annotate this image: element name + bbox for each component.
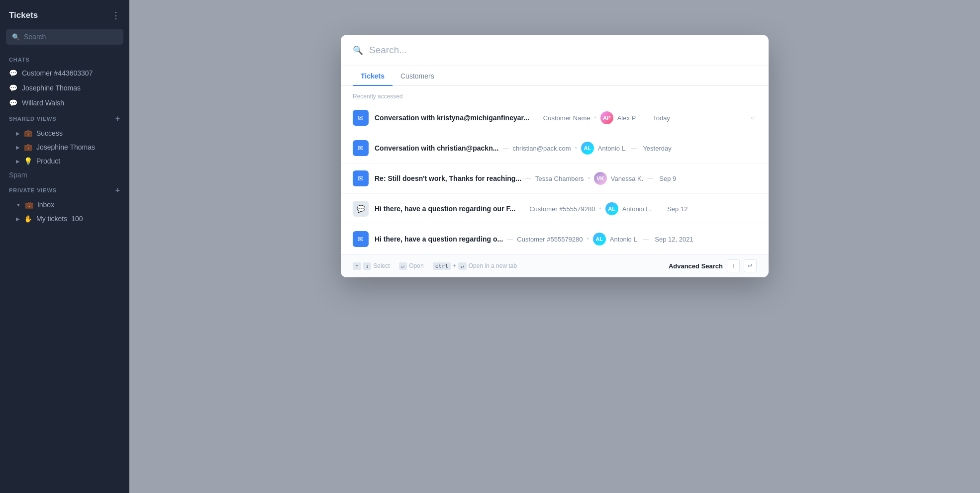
sidebar-item-product[interactable]: ▶ 💡 Product (7, 154, 129, 168)
shortcut-label: Select (373, 262, 390, 269)
avatar: AL (581, 142, 594, 155)
modal-footer: ↑ ↓ Select ↵ Open ctrl + ↵ Open in a new… (341, 254, 769, 277)
avatar: AL (605, 202, 618, 215)
result-date: Sep 12, 2021 (655, 236, 693, 243)
key-enter2: ↵ (458, 262, 467, 270)
more-options-icon[interactable]: ⋮ (111, 10, 120, 21)
avatar: AP (600, 111, 613, 124)
ticket-type-icon: ✉ (353, 110, 369, 126)
result-content: Hi there, have a question regarding o...… (375, 233, 757, 246)
result-meta: Customer Name (543, 114, 590, 122)
sidebar-item-label: My tickets (36, 215, 67, 223)
shortcut-label: Open (409, 262, 423, 269)
result-item[interactable]: 💬 Hi there, have a question regarding ou… (341, 194, 769, 224)
shared-views-section-label: SHARED VIEWS + (0, 110, 129, 126)
sidebar-item-willard-walsh[interactable]: 💬 Willard Walsh (0, 95, 129, 110)
result-item[interactable]: ✉ Re: Still doesn't work, Thanks for rea… (341, 164, 769, 194)
sidebar: Tickets ⋮ 🔍 Search CHATS 💬 Customer #443… (0, 0, 129, 493)
result-assignee: Antonio L. (622, 205, 652, 213)
result-date: Yesterday (643, 145, 671, 152)
spam-label: Spam (9, 171, 27, 179)
sidebar-item-inbox[interactable]: ▼ 💼 Inbox (7, 198, 129, 212)
result-item[interactable]: ✉ Conversation with christian@packn... —… (341, 133, 769, 164)
chevron-right-icon: ▶ (16, 131, 20, 136)
search-label: Search (24, 33, 46, 41)
plus-sep: + (453, 262, 456, 269)
my-tickets-badge: 100 (71, 215, 83, 223)
view-icon: 💼 (24, 143, 32, 151)
shortcut-select: ↑ ↓ Select (353, 262, 390, 270)
avatar: VK (594, 172, 607, 185)
view-icon: 💼 (24, 129, 32, 137)
result-date: Today (653, 114, 670, 122)
sidebar-item-josephine-thomas-view[interactable]: ▶ 💼 Josephine Thomas (7, 140, 129, 154)
ticket-type-icon: ✉ (353, 231, 369, 247)
sidebar-title: Tickets (9, 10, 38, 20)
result-list: ✉ Conversation with kristyna@michiganfin… (341, 103, 769, 254)
private-views-group: ▼ 💼 Inbox ▶ ✋ My tickets 100 (0, 198, 129, 226)
result-assignee: Alex P. (617, 114, 637, 122)
advanced-search-button[interactable]: Advanced Search (669, 262, 723, 270)
avatar: AL (593, 233, 606, 246)
chevron-right-icon: ▶ (16, 216, 20, 222)
sidebar-item-josephine-thomas-chat[interactable]: 💬 Josephine Thomas (0, 81, 129, 95)
search-modal-header: 🔍 (341, 35, 769, 66)
view-icon: ✋ (24, 215, 32, 223)
chevron-right-icon: ▶ (16, 145, 20, 150)
footer-right: Advanced Search ↑ ↵ (669, 259, 757, 272)
private-views-section-label: PRIVATE VIEWS + (0, 182, 129, 198)
search-icon-modal: 🔍 (353, 45, 363, 56)
result-date: Sep 12 (667, 205, 687, 213)
footer-up-icon-btn[interactable]: ↑ (727, 259, 740, 272)
sidebar-item-spam[interactable]: Spam (0, 168, 129, 182)
chat-icon: 💬 (9, 99, 17, 107)
result-assignee: Antonio L. (598, 145, 627, 152)
tab-tickets[interactable]: Tickets (353, 66, 392, 86)
ticket-type-icon: ✉ (353, 170, 369, 186)
view-icon: 💼 (25, 201, 33, 209)
key-enter: ↵ (399, 262, 407, 270)
result-meta: Tessa Chambers (535, 175, 584, 182)
result-assignee: Antonio L. (610, 236, 639, 243)
result-title: Conversation with christian@packn... (375, 144, 498, 152)
sidebar-item-my-tickets[interactable]: ▶ ✋ My tickets 100 (7, 212, 129, 226)
view-icon: 💡 (24, 157, 32, 165)
sidebar-item-label: Product (36, 157, 60, 165)
result-meta: christian@pack.com (512, 145, 571, 152)
shortcut-label: Open in a new tab (469, 262, 517, 269)
key-up: ↑ (353, 262, 361, 270)
shared-views-group: ▶ 💼 Success ▶ 💼 Josephine Thomas ▶ 💡 Pro… (0, 126, 129, 168)
result-item[interactable]: ✉ Hi there, have a question regarding o.… (341, 224, 769, 254)
result-meta: Customer #555579280 (517, 236, 583, 243)
search-input[interactable] (369, 45, 757, 56)
result-item[interactable]: ✉ Conversation with kristyna@michiganfin… (341, 103, 769, 133)
footer-enter-icon-btn[interactable]: ↵ (744, 259, 757, 272)
result-content: Re: Still doesn't work, Thanks for reach… (375, 172, 757, 185)
chats-section-label: CHATS (0, 53, 129, 66)
sidebar-search[interactable]: 🔍 Search (6, 29, 123, 45)
result-content: Hi there, have a question regarding our … (375, 202, 757, 215)
shortcut-open: ↵ Open (399, 262, 424, 270)
search-tabs: Tickets Customers (341, 66, 769, 86)
return-icon: ↵ (751, 114, 757, 122)
result-title: Hi there, have a question regarding o... (375, 235, 503, 243)
tab-customers[interactable]: Customers (392, 66, 442, 86)
recently-accessed-label: Recently accessed (341, 86, 769, 103)
sidebar-item-label: Willard Walsh (22, 99, 64, 107)
key-ctrl: ctrl (433, 262, 451, 270)
search-modal: 🔍 Tickets Customers Recently accessed ✉ … (341, 35, 769, 277)
sidebar-item-label: Success (36, 129, 63, 137)
add-shared-view-icon[interactable]: + (115, 114, 120, 123)
chevron-right-icon: ▶ (16, 159, 20, 164)
result-title: Hi there, have a question regarding our … (375, 205, 515, 213)
sidebar-header: Tickets ⋮ (0, 0, 129, 29)
chat-icon: 💬 (9, 84, 17, 92)
search-icon: 🔍 (12, 33, 20, 41)
sidebar-item-label: Customer #443603307 (22, 69, 93, 77)
sidebar-item-success[interactable]: ▶ 💼 Success (7, 126, 129, 140)
add-private-view-icon[interactable]: + (115, 186, 120, 195)
chat-icon: 💬 (9, 69, 17, 77)
result-content: Conversation with kristyna@michiganfiney… (375, 111, 745, 124)
sidebar-item-customer-443603307[interactable]: 💬 Customer #443603307 (0, 66, 129, 81)
result-assignee: Vanessa K. (611, 175, 644, 182)
